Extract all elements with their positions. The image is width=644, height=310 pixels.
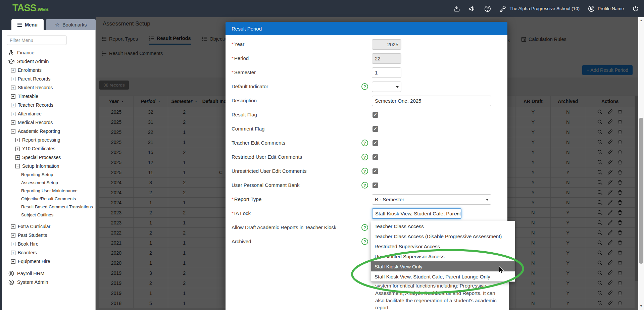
sidebar-item-academic-reporting[interactable]: −Academic Reporting (2, 127, 95, 136)
field-label-text: Allow Draft Academic Reports in Teacher … (232, 224, 336, 230)
sidebar-item-equipment-hire[interactable]: +Equipment Hire (2, 257, 95, 266)
restricted-user-edit-comments-checkbox[interactable] (373, 154, 378, 160)
dropdown-option-teacher-class-access[interactable]: Teacher Class Access (371, 221, 515, 231)
sidebar-item-setup-information[interactable]: −Setup Information (2, 162, 95, 170)
sidebar-item-medical-records[interactable]: +Medical Records (2, 118, 95, 127)
page-scrollbar[interactable]: ▲ ▼ (638, 17, 644, 310)
sidebar-item-student-admin[interactable]: Student Admin (2, 57, 95, 66)
expand-icon[interactable]: + (11, 94, 15, 99)
sidebar-item-timetable[interactable]: +Timetable (2, 92, 95, 101)
field-help-icon[interactable]: ? (361, 238, 368, 245)
sidebar-item-attendance[interactable]: +Attendance (2, 109, 95, 118)
sidebar-item-past-students[interactable]: +Past Students (2, 231, 95, 240)
megaphone-icon[interactable] (468, 5, 476, 12)
ia-lock-select[interactable]: Staff Kiosk View, Student Cafe, Parent L… (372, 208, 461, 219)
expand-icon[interactable]: + (11, 233, 15, 238)
sidebar-item-extra-curricular[interactable]: +Extra Curricular (2, 222, 95, 231)
sidebar-item-label: Parent Records (18, 76, 50, 82)
sidebar-item-student-records[interactable]: +Student Records (2, 83, 95, 92)
expand-icon[interactable]: + (11, 242, 15, 246)
field-label-text: Default Indicator (232, 84, 268, 89)
sidebar-item-system-admin[interactable]: System Admin (2, 278, 95, 287)
report-type-select[interactable]: B - Semester (372, 194, 491, 205)
field-control: B - Semester (372, 194, 491, 205)
sidebar-item-enrolments[interactable]: +Enrolments (2, 66, 95, 74)
dropdown-option-restricted-supervisor-access[interactable]: Restricted Supervisor Access (371, 241, 515, 251)
sidebar-item-subject-outlines[interactable]: Subject Outlines (2, 211, 95, 219)
dropdown-option-staff-kiosk-view-student-cafe-parent-lounge-only[interactable]: Staff Kiosk View, Student Cafe, Parent L… (371, 271, 515, 281)
field-label: Archived (232, 239, 251, 244)
scrollbar-thumb[interactable] (639, 118, 643, 264)
field-control (372, 82, 401, 92)
scroll-up-icon[interactable]: ▲ (638, 18, 644, 22)
expand-icon[interactable]: + (15, 147, 20, 151)
sidebar-item-parent-records[interactable]: +Parent Records (2, 74, 95, 83)
comment-flag-checkbox[interactable] (373, 126, 378, 132)
field-label: *Period (232, 55, 249, 61)
teacher-edit-comments-checkbox[interactable] (373, 140, 378, 146)
expand-icon[interactable]: + (11, 251, 15, 255)
field-help-icon[interactable]: ? (361, 224, 368, 231)
collapse-icon[interactable]: − (11, 129, 15, 134)
sidebar-item-payroll-hrm[interactable]: Payroll HRM (2, 269, 95, 278)
sidebar-item-label: Timetable (18, 94, 38, 99)
expand-icon[interactable]: + (11, 224, 15, 229)
dropdown-option-staff-kiosk-view-only[interactable]: Staff Kiosk View Only (371, 261, 515, 271)
field-row-user-personal-comment-bank: User Personal Comment Bank? (226, 180, 507, 191)
semester-input[interactable]: 1 (372, 67, 401, 78)
field-help-icon[interactable]: ? (361, 168, 368, 174)
field-help-icon[interactable]: ? (361, 182, 368, 189)
sidebar-item-teacher-records[interactable]: +Teacher Records (2, 101, 95, 109)
field-label-text: Comment Flag (232, 126, 264, 132)
tab-menu[interactable]: Menu (11, 19, 44, 30)
expand-icon[interactable]: + (15, 155, 20, 160)
field-help-icon[interactable]: ? (361, 83, 368, 90)
field-label-text: Restricted User Edit Comments (232, 154, 302, 160)
sidebar-item-finance[interactable]: Finance (2, 48, 95, 57)
field-help-icon[interactable]: ? (361, 140, 368, 146)
dropdown-option-unrestricted-supervisor-access[interactable]: Unrestricted Supervisor Access (371, 251, 515, 261)
expand-icon[interactable]: + (11, 259, 15, 264)
download-icon[interactable] (453, 5, 460, 12)
sidebar-item-boarders[interactable]: +Boarders (2, 248, 95, 257)
field-row-result-flag: Result Flag (226, 110, 507, 120)
menu-icon (17, 22, 22, 28)
sidebar-item-book-hire[interactable]: +Book Hire (2, 240, 95, 248)
collapse-icon[interactable]: − (15, 164, 20, 168)
sidebar-item-result-based-comment-translations[interactable]: Result Based Comment Translations (2, 203, 95, 211)
result-flag-checkbox[interactable] (373, 112, 378, 118)
field-label: *Report Type (232, 196, 261, 202)
default-indicator-select[interactable] (372, 82, 401, 92)
sidebar-item-reporting-user-maintenance[interactable]: Reporting User Maintenance (2, 187, 95, 195)
expand-icon[interactable]: + (15, 138, 20, 142)
sidebar-item-objective-result-comments[interactable]: Objective/Result Comments (2, 195, 95, 203)
school-selector[interactable]: The Alpha Progressive School (10) (499, 5, 580, 12)
power-icon[interactable] (632, 5, 639, 12)
user-personal-comment-bank-checkbox[interactable] (373, 183, 378, 188)
filter-menu-input[interactable] (7, 36, 66, 45)
expand-icon[interactable]: + (11, 112, 15, 116)
field-help-icon[interactable]: ? (361, 154, 368, 160)
tab-bookmarks[interactable]: ☆ Bookmarks (46, 19, 96, 30)
unrestricted-user-edit-comments-checkbox[interactable] (373, 168, 378, 174)
profile-menu[interactable]: Profile Name (588, 5, 624, 12)
sidebar-item-special-processes[interactable]: +Special Processes (2, 153, 95, 162)
chevron-down-icon (456, 213, 458, 215)
expand-icon[interactable]: + (11, 120, 15, 125)
sidebar-item-reporting-setup[interactable]: Reporting Setup (2, 170, 95, 178)
description-input[interactable]: Semester One, 2025 (372, 96, 491, 106)
dropdown-option-teacher-class-access-disable-progressive-assessment[interactable]: Teacher Class Access (Disable Progressiv… (371, 231, 515, 241)
scroll-down-icon[interactable]: ▼ (638, 304, 644, 308)
expand-icon[interactable]: + (11, 103, 15, 107)
expand-icon[interactable]: + (11, 68, 15, 72)
sidebar-item-report-processing[interactable]: +Report processing (2, 136, 95, 144)
field-control: Staff Kiosk View, Student Cafe, Parent L… (372, 208, 461, 219)
help-icon[interactable] (484, 5, 491, 12)
field-label: *IA Lock (232, 210, 251, 216)
expand-icon[interactable]: + (11, 86, 15, 90)
field-control (372, 124, 378, 132)
sidebar-item-assessment-setup[interactable]: Assessment Setup (2, 178, 95, 187)
sidebar-item-label: System Admin (17, 279, 48, 285)
sidebar-item-y10-certificates[interactable]: +Y10 Certificates (2, 144, 95, 153)
expand-icon[interactable]: + (11, 77, 15, 81)
